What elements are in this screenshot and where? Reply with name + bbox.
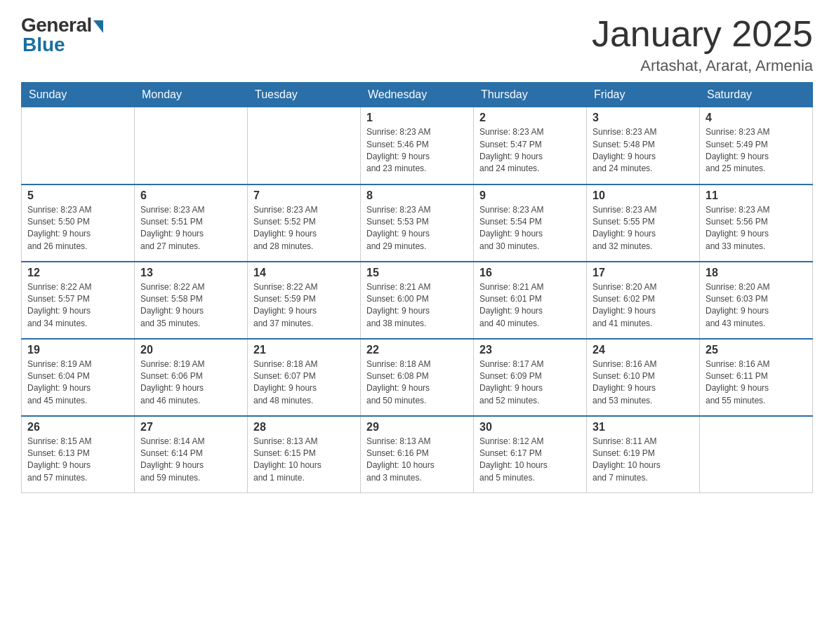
day-info: Sunrise: 8:23 AM Sunset: 5:51 PM Dayligh… (140, 204, 241, 253)
month-title: January 2025 (592, 14, 813, 54)
day-info: Sunrise: 8:13 AM Sunset: 6:16 PM Dayligh… (366, 436, 468, 485)
day-info: Sunrise: 8:13 AM Sunset: 6:15 PM Dayligh… (253, 436, 355, 485)
day-info: Sunrise: 8:15 AM Sunset: 6:13 PM Dayligh… (27, 436, 128, 485)
day-info: Sunrise: 8:11 AM Sunset: 6:19 PM Dayligh… (593, 436, 694, 485)
day-number: 29 (366, 421, 468, 434)
calendar-cell: 24Sunrise: 8:16 AM Sunset: 6:10 PM Dayli… (587, 339, 700, 416)
column-header-wednesday: Wednesday (361, 83, 474, 107)
calendar-cell: 19Sunrise: 8:19 AM Sunset: 6:04 PM Dayli… (22, 339, 135, 416)
day-number: 24 (593, 344, 694, 356)
day-info: Sunrise: 8:23 AM Sunset: 5:47 PM Dayligh… (479, 126, 581, 175)
page-header: General Blue January 2025 Artashat, Arar… (21, 14, 813, 75)
day-info: Sunrise: 8:23 AM Sunset: 5:52 PM Dayligh… (253, 204, 355, 253)
calendar-cell: 2Sunrise: 8:23 AM Sunset: 5:47 PM Daylig… (474, 107, 587, 185)
calendar-cell: 15Sunrise: 8:21 AM Sunset: 6:00 PM Dayli… (361, 262, 474, 339)
day-number: 11 (706, 189, 807, 202)
day-info: Sunrise: 8:12 AM Sunset: 6:17 PM Dayligh… (479, 436, 581, 485)
day-info: Sunrise: 8:22 AM Sunset: 5:57 PM Dayligh… (27, 281, 128, 330)
logo: General Blue (21, 14, 103, 56)
calendar-cell: 18Sunrise: 8:20 AM Sunset: 6:03 PM Dayli… (700, 262, 813, 339)
day-number: 2 (479, 112, 581, 124)
day-number: 9 (479, 189, 581, 202)
calendar-cell: 16Sunrise: 8:21 AM Sunset: 6:01 PM Dayli… (474, 262, 587, 339)
logo-blue-text: Blue (21, 34, 65, 56)
day-number: 6 (140, 189, 241, 202)
calendar-cell: 20Sunrise: 8:19 AM Sunset: 6:06 PM Dayli… (135, 339, 248, 416)
calendar-cell: 25Sunrise: 8:16 AM Sunset: 6:11 PM Dayli… (700, 339, 813, 416)
day-info: Sunrise: 8:23 AM Sunset: 5:48 PM Dayligh… (593, 126, 694, 175)
calendar-cell (248, 107, 361, 185)
calendar-cell: 11Sunrise: 8:23 AM Sunset: 5:56 PM Dayli… (700, 185, 813, 262)
calendar-cell: 29Sunrise: 8:13 AM Sunset: 6:16 PM Dayli… (361, 416, 474, 493)
day-info: Sunrise: 8:22 AM Sunset: 5:58 PM Dayligh… (140, 281, 241, 330)
day-info: Sunrise: 8:20 AM Sunset: 6:02 PM Dayligh… (593, 281, 694, 330)
calendar-cell: 10Sunrise: 8:23 AM Sunset: 5:55 PM Dayli… (587, 185, 700, 262)
day-number: 22 (366, 344, 468, 356)
day-number: 13 (140, 267, 241, 279)
day-number: 3 (593, 112, 694, 124)
calendar-cell: 14Sunrise: 8:22 AM Sunset: 5:59 PM Dayli… (248, 262, 361, 339)
day-number: 19 (27, 344, 128, 356)
day-number: 10 (593, 189, 694, 202)
day-info: Sunrise: 8:18 AM Sunset: 6:08 PM Dayligh… (366, 358, 468, 408)
column-header-monday: Monday (135, 83, 248, 107)
calendar-week-3: 12Sunrise: 8:22 AM Sunset: 5:57 PM Dayli… (22, 262, 813, 339)
column-header-tuesday: Tuesday (248, 83, 361, 107)
day-number: 4 (706, 112, 807, 124)
day-info: Sunrise: 8:18 AM Sunset: 6:07 PM Dayligh… (253, 358, 355, 408)
calendar-cell: 30Sunrise: 8:12 AM Sunset: 6:17 PM Dayli… (474, 416, 587, 493)
column-header-sunday: Sunday (22, 83, 135, 107)
day-info: Sunrise: 8:23 AM Sunset: 5:50 PM Dayligh… (27, 204, 128, 253)
calendar-cell: 28Sunrise: 8:13 AM Sunset: 6:15 PM Dayli… (248, 416, 361, 493)
day-number: 7 (253, 189, 355, 202)
column-header-thursday: Thursday (474, 83, 587, 107)
calendar-cell: 1Sunrise: 8:23 AM Sunset: 5:46 PM Daylig… (361, 107, 474, 185)
day-info: Sunrise: 8:16 AM Sunset: 6:10 PM Dayligh… (593, 358, 694, 408)
day-info: Sunrise: 8:19 AM Sunset: 6:04 PM Dayligh… (27, 358, 128, 408)
day-info: Sunrise: 8:23 AM Sunset: 5:53 PM Dayligh… (366, 204, 468, 253)
calendar-cell: 22Sunrise: 8:18 AM Sunset: 6:08 PM Dayli… (361, 339, 474, 416)
column-header-saturday: Saturday (700, 83, 813, 107)
day-number: 5 (27, 189, 128, 202)
calendar-cell: 8Sunrise: 8:23 AM Sunset: 5:53 PM Daylig… (361, 185, 474, 262)
title-block: January 2025 Artashat, Ararat, Armenia (592, 14, 813, 75)
calendar-cell (135, 107, 248, 185)
day-number: 31 (593, 421, 694, 434)
day-info: Sunrise: 8:20 AM Sunset: 6:03 PM Dayligh… (706, 281, 807, 330)
day-number: 14 (253, 267, 355, 279)
day-info: Sunrise: 8:16 AM Sunset: 6:11 PM Dayligh… (706, 358, 807, 408)
day-number: 1 (366, 112, 468, 124)
day-number: 8 (366, 189, 468, 202)
day-info: Sunrise: 8:23 AM Sunset: 5:49 PM Dayligh… (706, 126, 807, 175)
day-number: 26 (27, 421, 128, 434)
calendar-week-2: 5Sunrise: 8:23 AM Sunset: 5:50 PM Daylig… (22, 185, 813, 262)
day-number: 12 (27, 267, 128, 279)
calendar-cell: 12Sunrise: 8:22 AM Sunset: 5:57 PM Dayli… (22, 262, 135, 339)
calendar-cell: 3Sunrise: 8:23 AM Sunset: 5:48 PM Daylig… (587, 107, 700, 185)
day-number: 16 (479, 267, 581, 279)
day-number: 18 (706, 267, 807, 279)
day-info: Sunrise: 8:22 AM Sunset: 5:59 PM Dayligh… (253, 281, 355, 330)
day-number: 20 (140, 344, 241, 356)
day-info: Sunrise: 8:23 AM Sunset: 5:55 PM Dayligh… (593, 204, 694, 253)
day-info: Sunrise: 8:21 AM Sunset: 6:01 PM Dayligh… (479, 281, 581, 330)
day-info: Sunrise: 8:23 AM Sunset: 5:46 PM Dayligh… (366, 126, 468, 175)
logo-arrow-icon (93, 20, 103, 33)
day-number: 21 (253, 344, 355, 356)
calendar-cell: 17Sunrise: 8:20 AM Sunset: 6:02 PM Dayli… (587, 262, 700, 339)
column-header-friday: Friday (587, 83, 700, 107)
calendar-cell: 13Sunrise: 8:22 AM Sunset: 5:58 PM Dayli… (135, 262, 248, 339)
day-number: 28 (253, 421, 355, 434)
day-info: Sunrise: 8:21 AM Sunset: 6:00 PM Dayligh… (366, 281, 468, 330)
calendar-cell: 23Sunrise: 8:17 AM Sunset: 6:09 PM Dayli… (474, 339, 587, 416)
day-info: Sunrise: 8:19 AM Sunset: 6:06 PM Dayligh… (140, 358, 241, 408)
calendar-cell: 31Sunrise: 8:11 AM Sunset: 6:19 PM Dayli… (587, 416, 700, 493)
calendar-cell: 27Sunrise: 8:14 AM Sunset: 6:14 PM Dayli… (135, 416, 248, 493)
calendar-cell: 21Sunrise: 8:18 AM Sunset: 6:07 PM Dayli… (248, 339, 361, 416)
calendar-cell: 6Sunrise: 8:23 AM Sunset: 5:51 PM Daylig… (135, 185, 248, 262)
day-number: 27 (140, 421, 241, 434)
day-info: Sunrise: 8:17 AM Sunset: 6:09 PM Dayligh… (479, 358, 581, 408)
calendar-cell: 5Sunrise: 8:23 AM Sunset: 5:50 PM Daylig… (22, 185, 135, 262)
calendar-cell (22, 107, 135, 185)
calendar-cell (700, 416, 813, 493)
